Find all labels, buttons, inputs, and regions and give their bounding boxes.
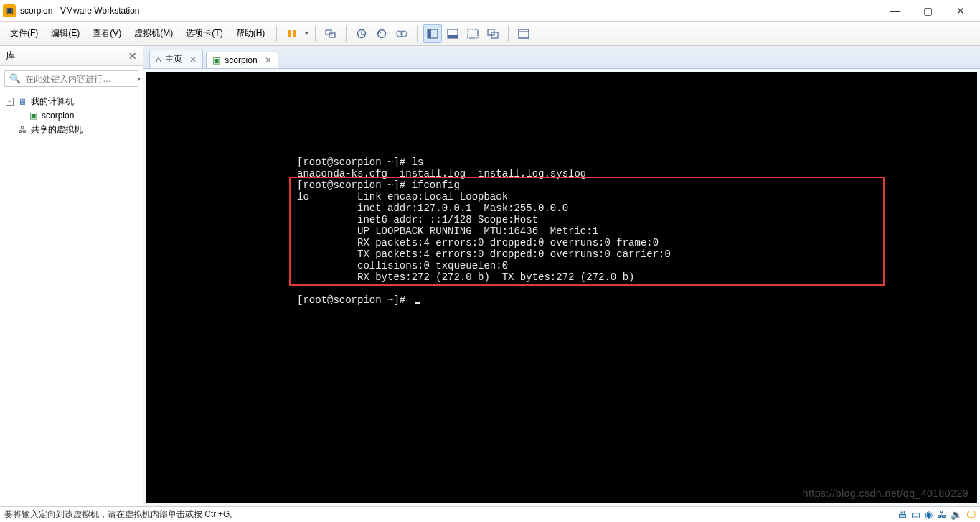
svg-rect-1 (293, 30, 296, 37)
statusbar: 要将输入定向到该虚拟机，请在虚拟机内部单击或按 Ctrl+G。 🖶 🖴 ◉ 🖧 … (0, 506, 980, 522)
sidebar-header: 库 ✕ (0, 46, 143, 66)
main-panel: ⌂ 主页 ✕ ▣ scorpion ✕ [root@scorpion ~]# l… (143, 46, 980, 506)
maximize-button[interactable]: ▢ (911, 0, 944, 22)
unity-button[interactable] (484, 24, 502, 43)
tab-home-close[interactable]: ✕ (189, 55, 197, 65)
tab-home[interactable]: ⌂ 主页 ✕ (149, 50, 203, 68)
sound-icon[interactable]: 🔉 (951, 509, 962, 520)
titlebar: ▣ scorpion - VMware Workstation — ▢ ✕ (0, 0, 980, 22)
sidebar-title: 库 (6, 50, 15, 62)
status-icons: 🖶 🖴 ◉ 🖧 🔉 🖵 (897, 509, 976, 520)
svg-rect-0 (288, 30, 291, 37)
home-icon: ⌂ (156, 55, 161, 65)
menu-vm[interactable]: 虚拟机(M) (128, 24, 179, 42)
tree-node-my-computer[interactable]: − 🖥 我的计算机 (4, 94, 138, 109)
hdd-icon[interactable]: 🖴 (911, 509, 920, 520)
vm-tab-icon: ▣ (212, 55, 220, 65)
shared-icon: 🖧 (17, 125, 28, 135)
content: 库 ✕ 🔍 ▾ − 🖥 我的计算机 ▣ scorpion 🖧 (0, 46, 980, 506)
sidebar: 库 ✕ 🔍 ▾ − 🖥 我的计算机 ▣ scorpion 🖧 (0, 46, 143, 506)
menu-view[interactable]: 查看(V) (87, 24, 127, 42)
library-tree: − 🖥 我的计算机 ▣ scorpion 🖧 共享的虚拟机 (0, 91, 143, 140)
app-icon: ▣ (3, 4, 16, 17)
tree-label-scorpion: scorpion (42, 111, 74, 121)
minimize-button[interactable]: — (878, 0, 911, 22)
search-dropdown[interactable]: ▾ (137, 75, 141, 83)
send-ctrl-alt-del-button[interactable] (321, 24, 340, 43)
menu-file[interactable]: 文件(F) (4, 24, 44, 42)
tab-scorpion[interactable]: ▣ scorpion ✕ (206, 52, 278, 68)
svg-rect-9 (428, 29, 431, 38)
printer-icon[interactable]: 🖶 (897, 509, 907, 520)
svg-rect-3 (329, 33, 335, 37)
svg-rect-12 (468, 29, 478, 38)
vm-console[interactable]: [root@scorpion ~]# ls anaconda-ks.cfg in… (146, 72, 977, 503)
annotation-highlight-box (289, 177, 885, 286)
close-button[interactable]: ✕ (944, 0, 977, 22)
menu-edit[interactable]: 编辑(E) (45, 24, 85, 42)
watermark: https://blog.csdn.net/qq_40180229 (803, 488, 969, 499)
tree-node-scorpion[interactable]: ▣ scorpion (26, 109, 138, 122)
snapshot-take-button[interactable] (352, 24, 371, 43)
fullscreen-button[interactable] (463, 24, 482, 43)
tab-scorpion-close[interactable]: ✕ (265, 55, 272, 65)
sidebar-search[interactable]: 🔍 ▾ (4, 70, 138, 87)
tab-home-label: 主页 (165, 53, 182, 65)
display-icon[interactable]: 🖵 (966, 509, 976, 520)
snapshot-revert-button[interactable] (372, 24, 391, 43)
pause-dropdown[interactable]: ▼ (303, 30, 309, 37)
window-title: scorpion - VMware Workstation (20, 6, 140, 16)
tree-node-shared-vm[interactable]: 🖧 共享的虚拟机 (4, 122, 138, 137)
tab-scorpion-label: scorpion (225, 55, 257, 65)
snapshot-manage-button[interactable] (392, 24, 411, 43)
search-input[interactable] (25, 74, 133, 84)
pause-button[interactable] (283, 24, 301, 43)
sidebar-close-button[interactable]: ✕ (128, 50, 137, 62)
vm-icon: ▣ (27, 111, 39, 121)
tree-label-shared: 共享的虚拟机 (31, 123, 83, 136)
library-button[interactable] (514, 24, 533, 43)
menu-help[interactable]: 帮助(H) (230, 24, 271, 42)
network-icon[interactable]: 🖧 (937, 509, 946, 520)
svg-rect-11 (448, 35, 458, 38)
monitor-icon: 🖥 (17, 97, 28, 107)
svg-rect-15 (519, 29, 529, 38)
view-console-button[interactable] (423, 24, 442, 43)
status-text: 要将输入定向到该虚拟机，请在虚拟机内部单击或按 Ctrl+G。 (4, 508, 897, 521)
search-icon: 🔍 (9, 73, 21, 84)
tabstrip: ⌂ 主页 ✕ ▣ scorpion ✕ (143, 46, 980, 69)
cd-icon[interactable]: ◉ (925, 509, 933, 520)
tree-toggle[interactable]: − (6, 98, 14, 106)
svg-point-7 (401, 31, 407, 37)
tree-label-my-computer: 我的计算机 (31, 95, 74, 108)
menu-tabs[interactable]: 选项卡(T) (180, 24, 228, 42)
svg-rect-2 (326, 30, 331, 34)
menubar: 文件(F) 编辑(E) 查看(V) 虚拟机(M) 选项卡(T) 帮助(H) ▼ (0, 22, 980, 46)
view-thumbnail-button[interactable] (443, 24, 462, 43)
